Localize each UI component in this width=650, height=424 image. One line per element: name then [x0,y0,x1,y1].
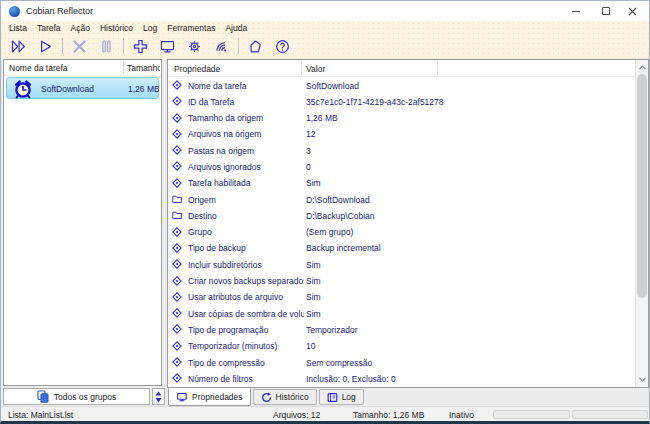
compass-dot-icon [172,341,182,351]
compass-dot-icon [172,129,182,139]
pause-icon [98,38,115,55]
property-row[interactable]: Usar atributos de arquivo Sim [168,289,635,305]
sort-updown-button[interactable] [152,388,165,405]
property-icon [172,324,183,334]
property-label: Usar atributos de arquivo [188,292,304,302]
property-row[interactable]: Pastas na origem 3 [168,142,635,158]
compass-dot-icon [172,292,182,302]
properties-rows: Nome da tarefa SoftDownload ID da Tarefa… [168,77,635,386]
menu-historico[interactable]: Histórico [95,23,138,33]
monitor-button[interactable] [154,35,181,57]
scroll-up-icon[interactable] [638,63,647,72]
property-row[interactable]: Destino D:\Backup\Cobian [168,207,635,223]
column-divider[interactable] [301,61,302,75]
compass-dot-icon [172,145,182,155]
tab-historico[interactable]: Histórico [253,389,317,405]
compass-dot-icon [172,161,182,171]
property-row[interactable]: ID da Tarefa 35c7e1c0-1f71-4219-a43c-2af… [168,93,635,109]
run-icon [37,38,54,55]
column-divider[interactable] [437,61,438,75]
column-header-value[interactable]: Valor [306,64,325,74]
property-icon [172,145,183,155]
groups-filter-button[interactable]: Todos os grupos [3,388,150,405]
progress-bar-2 [572,410,648,419]
property-row[interactable]: Arquivos ignorados 0 [168,158,635,174]
tab-log[interactable]: Log [319,389,364,405]
property-row[interactable]: Tarefa habilitada Sim [168,175,635,191]
toolbar [1,34,649,58]
run-all-button[interactable] [5,35,32,57]
compass-dot-icon [172,373,182,383]
property-value: Sim [306,292,631,302]
column-header-task-name[interactable]: Nome da tarefa [9,63,68,73]
property-row[interactable]: Tamanho da origem 1,26 MB [168,110,635,126]
vertical-scrollbar[interactable] [635,60,648,387]
properties-panel: Propriedade Valor Nome da tarefa SoftDow… [167,59,649,388]
property-label: Tipo de programação [188,325,304,335]
menu-tarefa[interactable]: Tarefa [32,23,66,33]
property-value: (Sem grupo) [306,227,631,237]
compass-dot-icon [172,357,182,367]
help-button[interactable] [269,35,296,57]
scrollbar-thumb[interactable] [637,74,647,298]
property-row[interactable]: Usar cópias de sombra de volume Sim [168,305,635,321]
property-label: Nome da tarefa [188,81,304,91]
property-label: Incluir subdiretórios [188,260,304,270]
property-label: Tarefa habilitada [188,178,304,188]
property-row[interactable]: Arquivos na origem 12 [168,126,635,142]
folder-icon [172,210,182,220]
new-task-icon [132,38,149,55]
menu-ajuda[interactable]: Ajuda [220,23,252,33]
property-icon [172,276,183,286]
property-label: Tipo de compressão [188,358,304,368]
property-row[interactable]: Origem D:\SoftDownload [168,191,635,207]
status-file-count: Arquivos: 12 [273,410,320,420]
property-row[interactable]: Nome da tarefa SoftDownload [168,77,635,93]
property-value: 35c7e1c0-1f71-4219-a43c-2af51278 [306,97,631,107]
menu-lista[interactable]: Lista [4,23,32,33]
status-total-size: Tamanho: 1,26 MB [353,410,424,420]
property-icon [172,210,183,220]
column-divider[interactable] [123,61,124,74]
scroll-down-icon[interactable] [638,375,647,384]
property-row[interactable]: Tipo de compressão Sem compressão [168,354,635,370]
updown-arrows-icon [155,391,162,403]
property-icon [172,80,183,90]
property-value: 3 [306,146,631,156]
tab-propriedades[interactable]: Propriedades [168,388,251,406]
remote-button[interactable] [208,35,235,57]
app-logo-icon [9,6,20,17]
pause-button[interactable] [93,35,120,57]
compass-dot-icon [172,276,182,286]
property-row[interactable]: Tipo de programação Temporizador [168,321,635,337]
menu-log[interactable]: Log [138,23,162,33]
property-label: Arquivos na origem [188,129,304,139]
property-row[interactable]: Temporizador (minutos) 10 [168,338,635,354]
settings-button[interactable] [181,35,208,57]
property-row[interactable]: Incluir subdiretórios Sim [168,256,635,272]
column-header-task-size[interactable]: Tamanho [127,63,160,73]
property-label: Arquivos ignorados [188,162,304,172]
document-button[interactable] [242,35,269,57]
run-button[interactable] [32,35,59,57]
task-list-panel: Nome da tarefa Tamanho SoftDownload 1,26… [3,59,162,386]
menu-acao[interactable]: Ação [66,23,95,33]
new-task-button[interactable] [127,35,154,57]
task-row-selected[interactable]: SoftDownload 1,26 MB [6,77,159,99]
abort-button[interactable] [66,35,93,57]
property-row[interactable]: Tipo de backup Backup incremental [168,240,635,256]
property-row[interactable]: Grupo (Sem grupo) [168,224,635,240]
property-label: Temporizador (minutos) [188,341,304,351]
column-header-property[interactable]: Propriedade [174,64,220,74]
status-list-name: Lista: MainList.lst [8,410,73,420]
menu-ferramentas[interactable]: Ferramentas [162,23,220,33]
property-value: Sim [306,178,631,188]
property-label: ID da Tarefa [188,97,304,107]
tab-label: Histórico [276,392,309,402]
property-row[interactable]: Número de filtros Inclusão: 0, Exclusão:… [168,370,635,386]
close-button[interactable] [617,1,647,21]
property-value: 1,26 MB [306,113,631,123]
minimize-button[interactable] [561,1,591,21]
compass-dot-icon [172,243,182,253]
property-row[interactable]: Criar novos backups separados Sim [168,273,635,289]
